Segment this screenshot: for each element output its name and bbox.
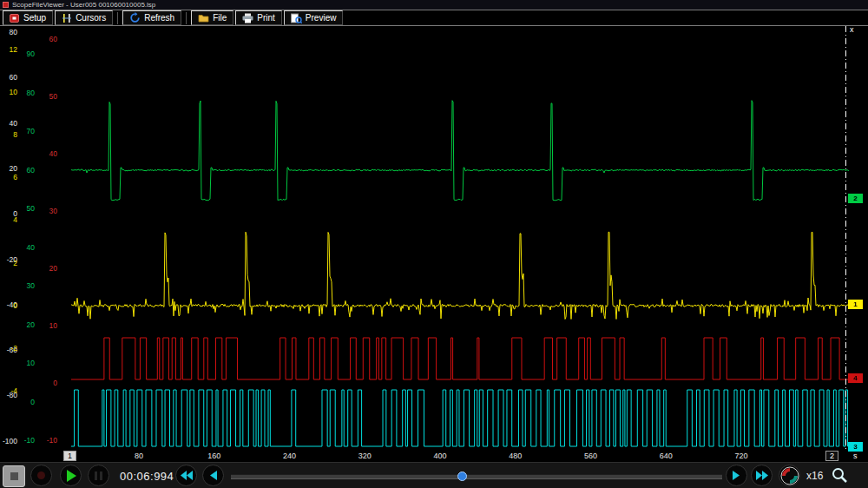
logo-icon (780, 466, 799, 485)
double-right-icon (756, 471, 768, 480)
time-tick-label: 480 (503, 452, 529, 460)
zoom-button[interactable] (829, 465, 851, 486)
y-axis-label: 60 (43, 36, 57, 43)
refresh-button[interactable]: Refresh (122, 10, 181, 25)
time-tick-label: 80 (126, 452, 152, 460)
y-axis-label: 50 (43, 93, 57, 101)
y-axis-label: 0 (21, 399, 35, 406)
y-axis-label: 30 (21, 282, 35, 290)
y-axis-label: 40 (21, 244, 35, 252)
toolbar: SetupCursorsRefreshFilePrintPreview (0, 10, 868, 26)
y-axis-label: 20 (43, 265, 57, 273)
play-icon (66, 470, 76, 482)
time-marker-2[interactable]: 2 (825, 451, 838, 461)
y-axis-label: 12 (0, 46, 17, 54)
time-tick-label: 640 (653, 452, 679, 460)
time-marker-1[interactable]: 1 (63, 451, 76, 461)
scope-file-viewer-window: ScopeFileViewer - User005 001060010005.l… (0, 0, 868, 488)
file-icon (198, 13, 209, 23)
toolbar-button-label: Refresh (144, 13, 174, 23)
timeline-scrubber[interactable] (231, 474, 722, 479)
y-axis-label: 2 (0, 260, 17, 267)
y-axis-label: 30 (43, 208, 57, 215)
scrubber-thumb[interactable] (457, 472, 467, 481)
record-icon (37, 472, 45, 479)
print-button[interactable]: Print (235, 10, 282, 25)
playback-speed: x16 (806, 470, 823, 482)
channel-3-marker[interactable]: 3 (848, 442, 863, 452)
y-axis-label: 60 (0, 74, 17, 82)
skip-end-button[interactable] (751, 465, 773, 486)
y-axis-label: 90 (21, 50, 35, 58)
magnifier-icon (832, 467, 848, 484)
y-axis-label: 4 (0, 216, 17, 224)
setup-button[interactable]: Setup (3, 10, 53, 25)
file-button[interactable]: File (191, 10, 233, 25)
record-button[interactable] (30, 465, 52, 486)
step-back-button[interactable] (202, 465, 224, 486)
setup-icon (10, 13, 20, 23)
channel-4-marker[interactable]: 4 (848, 373, 863, 383)
time-tick-label: 400 (427, 452, 453, 460)
y-axis-label: 10 (43, 322, 57, 330)
step-forward-button[interactable] (726, 465, 747, 486)
y-axis-label: -10 (21, 437, 35, 445)
stop-icon (10, 472, 18, 480)
y-axis-label: 10 (21, 359, 35, 367)
toolbar-button-label: File (213, 13, 227, 23)
toolbar-button-label: Setup (23, 13, 46, 23)
time-tick-label: 320 (352, 452, 378, 460)
y-axis-label: 50 (21, 205, 35, 213)
cursors-button[interactable]: Cursors (55, 10, 113, 25)
y-axis-label: 80 (21, 89, 35, 97)
waveform-display[interactable] (71, 26, 849, 450)
time-tick-label: 240 (277, 452, 303, 460)
pause-button[interactable] (88, 465, 109, 486)
play-button[interactable] (60, 465, 82, 486)
y-axis-label: 20 (0, 165, 17, 173)
skip-start-button[interactable] (175, 465, 197, 486)
y-axis-label: 40 (43, 150, 57, 158)
transport-bar: 00:06:994 x16 (0, 462, 868, 488)
channel-2-marker[interactable]: 2 (848, 194, 863, 203)
y-axis-label: 6 (0, 174, 17, 181)
time-tick-label: 160 (201, 452, 227, 460)
cursor-x-label: x (850, 25, 854, 34)
double-left-icon (181, 471, 193, 480)
y-axis-label: 0 (43, 379, 57, 387)
toolbar-button-label: Print (257, 13, 275, 23)
window-title: ScopeFileViewer - User005 001060010005.l… (12, 1, 155, 9)
pause-icon (95, 472, 102, 480)
right-icon (733, 471, 740, 480)
time-display: 00:06:994 (120, 470, 174, 483)
refresh-icon (129, 12, 141, 23)
channel-1-marker[interactable]: 1 (848, 300, 863, 309)
title-bar: ScopeFileViewer - User005 001060010005.l… (0, 0, 868, 10)
y-axis-label: 8 (0, 131, 17, 139)
app-logo-button[interactable] (779, 465, 800, 486)
y-axis-label: 60 (21, 167, 35, 175)
y-axis-label: 20 (21, 321, 35, 329)
cursors-icon (62, 13, 72, 23)
toolbar-button-label: Preview (306, 13, 337, 23)
y-axis-label: -2 (0, 345, 17, 353)
preview-icon (291, 13, 302, 23)
time-unit-label: s (853, 452, 858, 460)
toolbar-button-label: Cursors (76, 13, 106, 23)
y-axis-label: 0 (0, 302, 17, 310)
y-axis-label: 70 (21, 128, 35, 135)
toolbar-separator (117, 12, 118, 24)
y-axis-label: -4 (0, 387, 17, 395)
toolbar-separator (186, 12, 187, 24)
preview-button[interactable]: Preview (284, 10, 344, 25)
y-axis-label: 40 (0, 120, 17, 128)
y-axis-label: -10 (43, 437, 57, 445)
app-icon (3, 2, 9, 8)
stop-button[interactable] (3, 465, 25, 487)
left-icon (209, 471, 217, 480)
y-axis-label: 80 (0, 29, 17, 36)
time-tick-label: 560 (578, 452, 604, 460)
y-axis-label: -100 (0, 438, 17, 445)
print-icon (242, 13, 253, 23)
time-tick-label: 720 (728, 452, 754, 460)
